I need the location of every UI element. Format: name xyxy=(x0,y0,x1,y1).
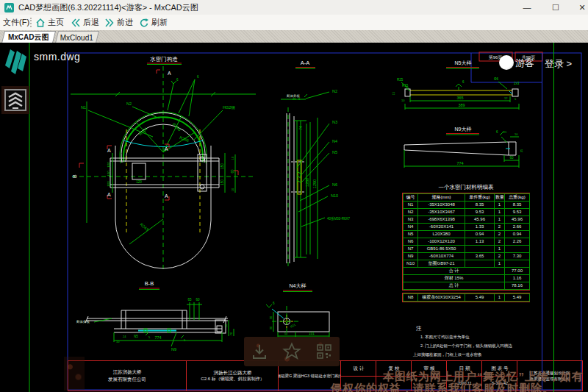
section-marker: A xyxy=(165,146,168,152)
table-cell: N9 xyxy=(404,253,418,260)
main-view-linework xyxy=(71,63,256,272)
part-label: N4 xyxy=(332,139,337,143)
dim-label: 365 xyxy=(456,96,463,100)
menu-forward[interactable]: 前进 xyxy=(104,15,133,30)
part-label: N2 xyxy=(126,101,132,106)
dim-label: 5 xyxy=(514,97,517,101)
dim-label: 30 xyxy=(269,316,273,319)
download-icon xyxy=(251,343,268,360)
aa-view-labels: A-A 船体外板 25 6 N2 N3 N4 N5 N6 N10 40系M30-… xyxy=(287,60,351,221)
dim-label: 70 xyxy=(229,332,233,335)
menu-file[interactable]: 文件(F) xyxy=(3,15,29,30)
view-title: A-A xyxy=(301,60,310,66)
table-cell: 1 xyxy=(495,209,505,216)
table-cell: 1.13 xyxy=(465,238,495,246)
table-cell: 0.94 xyxy=(465,231,495,238)
minimize-button[interactable]: — xyxy=(517,0,537,15)
table-cell: N3 xyxy=(404,216,418,224)
table-cell: 78.16 xyxy=(505,282,530,290)
guest-label: 游客 xyxy=(515,57,534,70)
sheet-divider-blue xyxy=(542,53,542,390)
table-cell: 2.26 xyxy=(505,238,530,246)
menu-refresh[interactable]: 刷新 xyxy=(139,15,168,30)
table-cell: 1.16 xyxy=(505,275,530,282)
menu-home[interactable]: 主页 xyxy=(35,15,64,30)
table-cell: N5 xyxy=(404,231,418,238)
table-cell: 2 xyxy=(495,231,505,238)
dim-label: 12 xyxy=(504,96,508,100)
view-title: 水密门构造 xyxy=(149,56,178,63)
table-cell: 编号 xyxy=(404,194,418,202)
section-marker: A xyxy=(165,193,168,199)
table-row: N1-35X10X30488.3518.35 xyxy=(404,202,530,209)
layers-icon xyxy=(4,89,26,111)
table-cell: 45.96 xyxy=(505,216,530,224)
view-title: N4大样 xyxy=(290,283,306,288)
table-cell: 3.65 xyxy=(465,253,495,260)
col-label: 设 计 xyxy=(341,361,376,377)
table-cell: 总 计 xyxy=(404,282,505,290)
menu-back[interactable]: 后退 xyxy=(71,15,99,30)
table-cell: 2 xyxy=(495,253,505,260)
dim-label: 2x3 xyxy=(514,82,520,85)
part-label: N6 xyxy=(332,182,337,187)
qrcode-icon xyxy=(315,343,333,360)
maximize-button[interactable]: ☐ xyxy=(545,0,566,15)
dim-label: 74 xyxy=(299,126,303,130)
table-cell: 2.66 xyxy=(505,224,530,231)
n4-view-labels: N4大样 R21 6 50 101 30 30 xyxy=(269,283,315,335)
dim-label: 10 xyxy=(231,156,234,160)
table-cell: 1 xyxy=(495,294,505,302)
layers-button[interactable] xyxy=(1,86,29,114)
table-cell: -100X12X120 xyxy=(418,238,465,246)
table-cell: 5.49 xyxy=(465,294,495,302)
dim-label: 101 xyxy=(309,332,315,335)
dim-label: 10 xyxy=(231,188,234,191)
dim-label: 60 xyxy=(231,169,234,174)
n4-view-linework xyxy=(266,291,329,338)
table-cell: 5.49 xyxy=(505,294,530,302)
table-row: 焊材 15%1.16 xyxy=(404,275,530,282)
table-cell: N1 xyxy=(404,202,418,209)
tab-mxcloud1[interactable]: MxCloud1 xyxy=(55,31,99,43)
radius-label: R25 xyxy=(397,78,404,82)
titleblock-company: 江苏润扬大桥 发展有限责任公司 xyxy=(68,361,186,391)
menu-forward-label: 前进 xyxy=(117,17,133,28)
watermark-text: 侵权你的权益，请联系我们客服及时删除。 xyxy=(331,382,554,392)
avatar[interactable] xyxy=(499,55,514,70)
view-title: B-B xyxy=(145,280,154,287)
dim-label: 60 xyxy=(509,156,514,160)
table-cell: 45.96 xyxy=(465,216,495,224)
table-cell: 规格(mm) xyxy=(418,194,465,202)
table-row: N8橡胶条60X30X32545.4915.49 xyxy=(404,294,530,302)
dim-label: 150 xyxy=(220,163,224,169)
table-cell: -698X6X1398 xyxy=(418,216,465,224)
mxcad-logo xyxy=(4,46,28,79)
table-cell: 7.30 xyxy=(505,253,530,260)
menu-back-label: 后退 xyxy=(83,17,99,28)
tab-mxcad[interactable]: MxCAD云图 xyxy=(1,31,56,43)
dim-label: 1280 xyxy=(305,178,309,187)
dim-label: 15 xyxy=(392,91,395,95)
table-cell: N8 xyxy=(404,294,418,302)
menu-home-label: 主页 xyxy=(48,17,64,28)
close-button[interactable]: ✕ xyxy=(572,0,588,15)
menu-separator xyxy=(30,18,32,27)
table-cell: 合 计 xyxy=(404,268,505,275)
table-cell: 0.94 xyxy=(505,231,530,238)
cad-canvas[interactable]: 第96页 共99页 xyxy=(0,43,588,392)
dim-label: 30 xyxy=(269,326,273,329)
dim-label: 25 xyxy=(293,97,296,101)
weld-label: 6 xyxy=(273,302,275,305)
refresh-icon xyxy=(139,18,149,28)
weld-label: 5 xyxy=(148,335,151,339)
part-label: N3 xyxy=(332,120,337,124)
table-cell: N6 xyxy=(404,238,418,246)
parts-list: 一个水密门材料明细表 编号规格(mm)单件重(kg)数量总重(kg)N1-35X… xyxy=(402,184,530,302)
radius-label: R15 xyxy=(402,84,409,88)
table-cell: 1 xyxy=(495,260,505,268)
login-button[interactable]: 登录 > xyxy=(545,57,572,71)
table-cell xyxy=(505,260,530,268)
parts-table: 编号规格(mm)单件重(kg)数量总重(kg)N1-35X10X30488.35… xyxy=(403,193,530,290)
app-icon xyxy=(4,3,14,13)
